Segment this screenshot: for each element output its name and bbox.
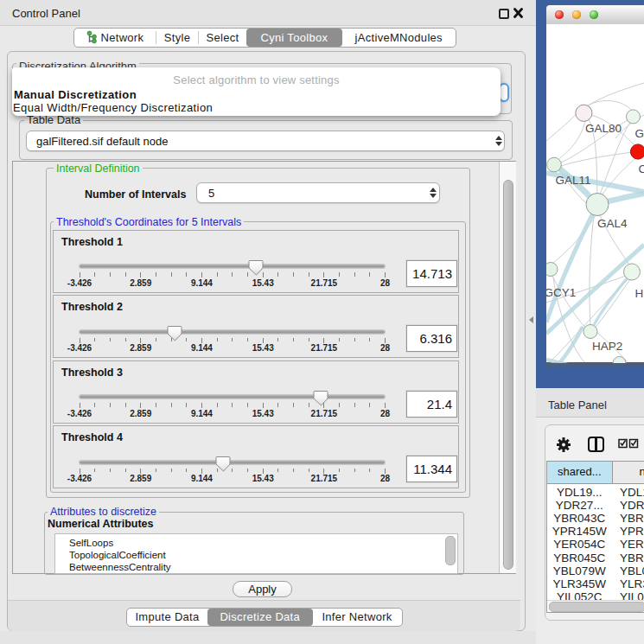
svg-text:GAL80: GAL80: [585, 121, 622, 134]
svg-text:C: C: [639, 162, 644, 175]
svg-text:HI: HI: [635, 286, 644, 299]
svg-text:GAL4: GAL4: [597, 216, 628, 229]
svg-text:GCY1: GCY1: [546, 285, 576, 298]
svg-text:HAP2: HAP2: [592, 340, 622, 353]
svg-text:GA: GA: [635, 127, 644, 140]
svg-text:GAL11: GAL11: [556, 173, 591, 186]
